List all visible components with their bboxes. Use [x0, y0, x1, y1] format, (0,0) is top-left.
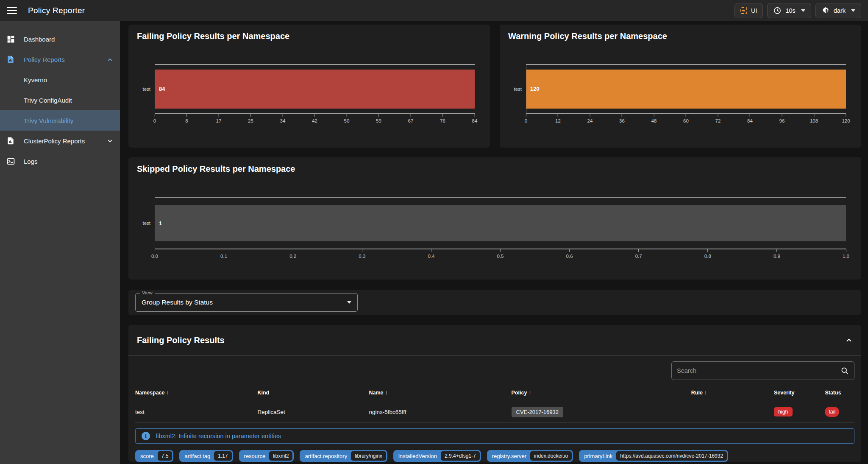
- cell-kind: ReplicaSet: [257, 409, 369, 415]
- axis-tick: 72: [715, 114, 721, 123]
- axis-tick: 67: [408, 114, 414, 123]
- axis-tick: 0.1: [220, 249, 227, 259]
- axis-tick: 0.0: [151, 249, 158, 259]
- axis-tick-label: 67: [408, 118, 414, 123]
- chart-x-axis: 0.00.10.20.30.40.50.60.70.80.91.0: [155, 249, 846, 262]
- chart-bar-value: 84: [159, 86, 165, 92]
- failing-results-chart-card: Failing Policy Results per Namespace tes…: [128, 25, 490, 148]
- axis-tick: 84: [472, 114, 478, 123]
- column-header-kind[interactable]: Kind: [257, 390, 369, 396]
- axis-tick-label: 24: [587, 118, 593, 123]
- sort-asc-icon: ↑: [385, 390, 388, 396]
- sidebar-item-kyverno[interactable]: Kyverno: [0, 70, 120, 90]
- severity-badge: high: [774, 407, 793, 416]
- axis-tick: 76: [440, 114, 445, 123]
- sidebar-item-dashboard[interactable]: Dashboard: [0, 29, 120, 49]
- property-chip[interactable]: score7.5: [135, 450, 173, 462]
- chart-plot-area: 120: [526, 64, 846, 114]
- chart-title: Warning Policy Results per Namespace: [508, 31, 853, 41]
- axis-tick: 25: [248, 114, 253, 123]
- search-input[interactable]: [677, 367, 840, 374]
- axis-tick-label: 0: [525, 118, 527, 123]
- axis-tick-label: 0.8: [704, 254, 711, 259]
- column-header-rule[interactable]: Rule↑: [691, 390, 774, 396]
- chart-x-axis: 01224364860728496108120: [526, 114, 846, 127]
- cell-name: nginx-5fbc65fff: [369, 409, 512, 415]
- axis-tick-label: 34: [280, 118, 286, 123]
- chip-label: primaryLink: [580, 452, 616, 460]
- property-chip[interactable]: artifact.repositorylibrary/nginx: [300, 450, 387, 462]
- dashboard-icon: [6, 35, 15, 44]
- chip-label: installedVersion: [395, 452, 441, 460]
- view-select-value: Group Results by Status: [142, 299, 213, 306]
- property-chip[interactable]: resourcelibxml2: [239, 450, 294, 462]
- vulnerability-link[interactable]: libxml2: Infinite recursion in parameter…: [156, 433, 281, 439]
- axis-tick-label: 1.0: [843, 254, 849, 259]
- sidebar-item-label: Policy Reports: [24, 56, 65, 63]
- view-select[interactable]: View Group Results by Status: [135, 293, 358, 312]
- property-chip[interactable]: artifact.tag1.17: [179, 450, 233, 462]
- axis-tick-label: 84: [472, 118, 478, 123]
- sidebar-item-trivy-configaudit[interactable]: Trivy ConfigAudit: [0, 90, 120, 110]
- axis-tick: 84: [747, 114, 753, 123]
- chip-label: score: [136, 452, 158, 460]
- column-header-name[interactable]: Name↑: [369, 390, 512, 396]
- axis-tick-label: 59: [376, 118, 381, 123]
- axis-tick: 0.4: [428, 249, 434, 259]
- file-chart-icon: [6, 55, 15, 64]
- ui-button[interactable]: UI: [734, 3, 763, 18]
- refresh-interval-select[interactable]: 10s: [767, 3, 811, 18]
- column-header-policy[interactable]: Policy↑: [512, 390, 691, 396]
- policy-chip[interactable]: CVE-2017-16932: [512, 407, 563, 417]
- axis-tick-label: 96: [779, 118, 785, 123]
- column-header-status[interactable]: Status: [825, 390, 854, 396]
- axis-tick: 42: [312, 114, 317, 123]
- console-icon: [6, 157, 15, 166]
- search-icon[interactable]: [840, 366, 849, 375]
- chart-title: Skipped Policy Results per Namespace: [137, 164, 853, 174]
- chip-value: 2.9.4+dfsg1-7: [441, 451, 480, 461]
- theme-select[interactable]: dark: [815, 3, 861, 18]
- sidebar-item-policy-reports[interactable]: Policy Reports: [0, 49, 120, 70]
- axis-tick: 0.6: [566, 249, 573, 259]
- chevron-up-icon: [107, 56, 113, 63]
- sidebar-item-label: ClusterPolicy Reports: [24, 137, 85, 145]
- chip-value: index.docker.io: [530, 451, 572, 461]
- chart-bar-value: 1: [159, 220, 162, 226]
- table-header-row: Namespace↑ Kind Name↑ Policy↑ Rule↑ Seve…: [135, 384, 854, 401]
- axis-tick: 36: [619, 114, 625, 123]
- sidebar-item-logs[interactable]: Logs: [0, 151, 120, 171]
- theme-value: dark: [834, 7, 846, 14]
- property-chip[interactable]: installedVersion2.9.4+dfsg1-7: [393, 450, 481, 462]
- property-chip[interactable]: registry.serverindex.docker.io: [487, 450, 573, 462]
- chevron-down-icon: [347, 301, 351, 304]
- axis-tick-label: 42: [312, 118, 317, 123]
- menu-icon[interactable]: [7, 7, 17, 14]
- sidebar-item-clusterpolicy-reports[interactable]: ClusterPolicy Reports: [0, 131, 120, 151]
- axis-tick: 59: [376, 114, 381, 123]
- chip-value: 1.17: [214, 451, 231, 461]
- property-chip[interactable]: primaryLinkhttps://avd.aquasec.com/nvd/c…: [579, 450, 728, 462]
- chart-category-label: test: [508, 64, 526, 114]
- column-header-namespace[interactable]: Namespace↑: [135, 390, 257, 396]
- chart-plot-area: 1: [155, 197, 846, 249]
- column-header-severity[interactable]: Severity: [774, 390, 825, 396]
- chart-title: Failing Policy Results per Namespace: [137, 31, 481, 41]
- sidebar-item-trivy-vulnerability[interactable]: Trivy Vulnerability: [0, 110, 120, 131]
- axis-tick: 24: [587, 114, 593, 123]
- axis-tick: 108: [810, 114, 818, 123]
- axis-tick: 0: [153, 114, 156, 123]
- sidebar-item-label: Logs: [24, 158, 38, 165]
- search-field[interactable]: [671, 361, 854, 380]
- axis-tick: 96: [779, 114, 785, 123]
- axis-tick-label: 36: [619, 118, 625, 123]
- axis-tick-label: 17: [216, 118, 222, 123]
- axis-tick-label: 108: [810, 118, 818, 123]
- axis-tick: 60: [683, 114, 689, 123]
- chip-label: registry.server: [488, 452, 530, 460]
- collapse-section-button[interactable]: [845, 336, 853, 344]
- chevron-down-icon: [801, 9, 805, 12]
- results-table: Namespace↑ Kind Name↑ Policy↑ Rule↑ Seve…: [128, 384, 861, 423]
- table-row[interactable]: test ReplicaSet nginx-5fbc65fff CVE-2017…: [135, 401, 854, 423]
- status-badge: fail: [825, 407, 839, 417]
